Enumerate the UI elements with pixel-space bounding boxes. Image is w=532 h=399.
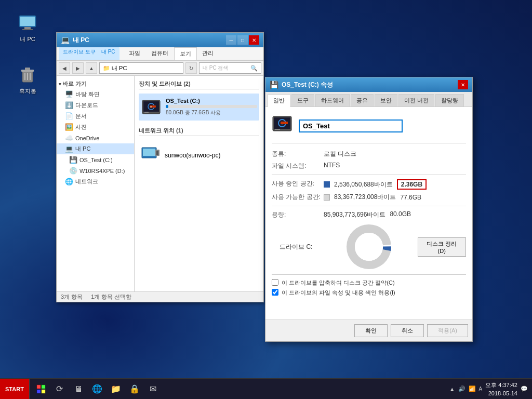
sidebar-item-documents[interactable]: 📄 문서	[57, 111, 134, 122]
compress-label: 이 드라이브를 압축하여 디스크 공간 절약(C)	[282, 279, 395, 287]
props-header	[272, 113, 466, 143]
sidebar: 바로 가기 🖥️ 바탕 화면 ⬇️ 다운로드 📄 문서 🖼️ 사진	[57, 76, 135, 291]
drive-item-os-test[interactable]: ⊞ OS_Test (C:) 80.0GB 중 77.6GB 사용	[139, 94, 259, 121]
svg-rect-1	[20, 17, 35, 26]
svg-rect-20	[156, 151, 158, 155]
start-button[interactable]: START	[0, 379, 30, 399]
props-titlebar: 💾 OS_Test (C:) 속성 ✕	[265, 77, 472, 92]
svg-rect-6	[25, 68, 30, 70]
props-tab-previous[interactable]: 이전 버전	[398, 94, 434, 107]
props-tab-share[interactable]: 공유	[351, 94, 374, 107]
taskbar-btn-3[interactable]: 🖥	[69, 380, 88, 398]
props-free-values: 83,367,723,008바이트 77.6GB	[324, 193, 421, 202]
drive-size-text: 80.0GB 중 77.6GB 사용	[166, 109, 257, 116]
svg-rect-2	[24, 27, 31, 29]
props-tab-tools[interactable]: 도구	[291, 94, 314, 107]
explorer-titlebar: 💻 내 PC ─ □ ✕	[57, 33, 263, 47]
index-label: 이 드라이브의 파일 속성 및 내용 색인 허용(I)	[282, 289, 395, 297]
compress-checkbox[interactable]	[272, 279, 278, 286]
props-title-text: OS_Test (C:) 속성	[282, 81, 458, 89]
taskbar-arrow-icon[interactable]: ▲	[449, 386, 455, 392]
taskbar-btn-mail[interactable]: ✉	[144, 380, 163, 398]
index-checkbox[interactable]	[272, 289, 278, 296]
ribbon-tabs: 드라이브 도구 내 PC 파일 컴퓨터 보기 관리	[57, 47, 263, 60]
sidebar-item-downloads[interactable]: ⬇️ 다운로드	[57, 100, 134, 111]
documents-icon: 📄	[65, 112, 73, 120]
explorer-close-button[interactable]: ✕	[249, 35, 259, 45]
ok-button[interactable]: 확인	[354, 324, 388, 337]
network-item-sunwoo[interactable]: sunwoo(sunwoo-pc)	[139, 140, 259, 170]
props-close-button[interactable]: ✕	[458, 80, 468, 89]
search-box[interactable]: 내 PC 검색 🔍	[199, 62, 261, 74]
props-footer: 확인 취소 적용(A)	[265, 320, 472, 341]
address-bar: ◀ ▶ ▲ 📁 내 PC ↻ 내 PC 검색 🔍	[57, 61, 263, 76]
props-tab-hardware[interactable]: 하드웨어	[315, 94, 350, 107]
drive-name-os-test: OS_Test (C:)	[166, 98, 257, 104]
refresh-button[interactable]: ↻	[185, 62, 197, 74]
props-divider-1	[272, 175, 466, 175]
taskbar-btn-2[interactable]: ⟳	[50, 380, 69, 398]
sidebar-item-network[interactable]: 🌐 네트워크	[57, 176, 134, 187]
drive-name-input[interactable]	[299, 119, 403, 132]
section-header-network: 네트워크 위치 (1)	[139, 127, 259, 136]
donut-chart	[345, 223, 392, 270]
ribbon-tab-manage[interactable]: 관리	[197, 47, 219, 60]
taskbar-btn-4[interactable]: 🌐	[88, 380, 107, 398]
ribbon-tab-computer[interactable]: 컴퓨터	[146, 47, 174, 60]
explorer-window-controls: ─ □ ✕	[226, 35, 259, 45]
props-body: 종류: 로컬 디스크 파일 시스템: NTFS 사용 중인 공간: 2,536,…	[265, 107, 472, 320]
taskbar-notifications-icon[interactable]: 💬	[521, 385, 528, 392]
sidebar-section-quick: 바로 가기	[57, 78, 134, 89]
explorer-title-text: 내 PC	[73, 36, 226, 45]
cancel-button[interactable]: 취소	[391, 324, 424, 337]
ribbon-tab-view[interactable]: 보기	[174, 47, 197, 60]
apply-button[interactable]: 적용(A)	[427, 324, 468, 337]
up-button[interactable]: ▲	[86, 62, 97, 74]
forward-button[interactable]: ▶	[72, 62, 84, 74]
props-total-gb: 80.0GB	[390, 210, 411, 219]
svg-rect-14	[144, 112, 149, 113]
sidebar-item-onedrive[interactable]: ☁️ OneDrive	[57, 132, 134, 143]
cleanup-btn-area: 디스크 정리(D)	[418, 237, 467, 257]
desktop-icon-recycle-bin[interactable]: 휴지통	[9, 62, 46, 97]
drive-bar-fill	[166, 105, 168, 108]
clock-time: 오후 4:37:42	[485, 381, 517, 389]
props-tab-security[interactable]: 보안	[375, 94, 397, 107]
props-used-values: 2,536,050,688바이트 2.36GB	[324, 179, 427, 190]
svg-rect-33	[42, 390, 45, 393]
taskbar-btn-lock[interactable]: 🔒	[125, 380, 144, 398]
desktop: 내 PC 휴지통 💻 내 PC ─ □ ✕	[0, 0, 532, 399]
sidebar-item-my-pc[interactable]: 💻 내 PC	[57, 143, 134, 154]
disk-cleanup-button[interactable]: 디스크 정리(D)	[418, 237, 467, 257]
svg-point-29	[355, 233, 383, 261]
explorer-maximize-button[interactable]: □	[237, 35, 248, 45]
ribbon-tab-file[interactable]: 파일	[124, 47, 146, 60]
taskbar-lang-icon[interactable]: A	[479, 386, 483, 392]
sidebar-item-os-test[interactable]: 💾 OS_Test (C:)	[57, 154, 134, 165]
svg-rect-31	[42, 385, 45, 389]
taskbar-sound-icon[interactable]: 🔊	[458, 385, 466, 392]
taskbar-btn-1[interactable]	[32, 380, 50, 398]
svg-rect-18	[143, 149, 155, 156]
svg-rect-25	[275, 129, 280, 130]
os-test-nav-icon: 💾	[69, 156, 77, 164]
props-tabs: 일반 도구 하드웨어 공유 보안 이전 버전 할당량	[265, 92, 472, 107]
main-content: 장치 및 드라이브 (2) ⊞	[135, 76, 263, 291]
explorer-window: 💻 내 PC ─ □ ✕ 드라이브 도구 내 PC 파일 컴퓨터 보기 관리 ◀…	[56, 32, 264, 302]
props-tab-quota[interactable]: 할당량	[435, 94, 464, 107]
taskbar-network-icon[interactable]: 📶	[469, 385, 476, 392]
props-tab-general[interactable]: 일반	[268, 94, 290, 107]
svg-rect-3	[22, 29, 33, 30]
taskbar-btn-explorer[interactable]: 📁	[107, 380, 125, 398]
sidebar-item-pictures[interactable]: 🖼️ 사진	[57, 122, 134, 132]
sidebar-item-w10[interactable]: 💿 W10RS4XPE (D:)	[57, 165, 134, 176]
address-input[interactable]: 📁 내 PC	[99, 62, 183, 74]
ribbon-tool-tab[interactable]: 드라이브 도구 내 PC	[59, 47, 119, 60]
back-button[interactable]: ◀	[59, 62, 70, 74]
network-item-name: sunwoo(sunwoo-pc)	[165, 152, 220, 159]
desktop-icon-my-pc[interactable]: 내 PC	[9, 10, 46, 45]
my-pc-icon	[17, 12, 38, 33]
explorer-minimize-button[interactable]: ─	[226, 35, 236, 45]
svg-rect-26	[281, 122, 288, 124]
sidebar-item-desktop[interactable]: 🖥️ 바탕 화면	[57, 89, 134, 100]
